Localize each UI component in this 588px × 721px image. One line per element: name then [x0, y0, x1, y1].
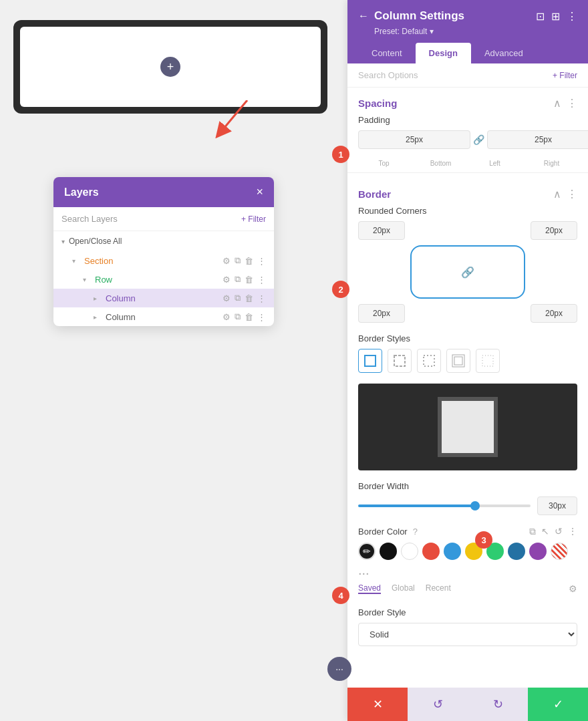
panel-header: ← Column Settings ⊡ ⊞ ⋮ Preset: Default …	[347, 0, 588, 63]
grid-icon[interactable]: ⊞	[551, 10, 560, 23]
rounded-corners-label: Rounded Corners	[347, 206, 588, 221]
border-style-solid-button[interactable]	[358, 349, 382, 373]
color-tab-saved[interactable]: Saved	[358, 583, 381, 594]
padding-sublabels: Top Bottom Left Right	[347, 160, 588, 172]
border-style-dotted-button[interactable]	[417, 349, 441, 373]
step-badge-1: 1	[332, 146, 349, 163]
color-swatch-red[interactable]	[422, 543, 440, 560]
tab-content[interactable]: Content	[358, 43, 416, 63]
svg-rect-5	[454, 357, 462, 365]
color-swatches: ✏	[347, 543, 588, 565]
trash-icon[interactable]: 🗑	[245, 312, 253, 322]
panel-search-row: Search Options + Filter	[347, 63, 588, 88]
border-style-dashed-button[interactable]	[388, 349, 412, 373]
gear-icon[interactable]: ⚙	[223, 312, 231, 322]
no-border-icon	[481, 354, 494, 368]
search-options-label: Search Options	[358, 70, 418, 80]
border-style-none-button[interactable]	[476, 349, 500, 373]
layer-item-section[interactable]: ▾ Section ⚙ ⧉ 🗑 ⋮	[53, 251, 274, 270]
border-width-input[interactable]	[537, 496, 577, 515]
layer-item-row[interactable]: ▾ Row ⚙ ⧉ 🗑 ⋮	[53, 270, 274, 289]
collapse-spacing-icon[interactable]: ∧	[553, 97, 561, 110]
gear-icon[interactable]: ⚙	[223, 293, 231, 303]
more-colors-dots[interactable]: ···	[358, 565, 370, 581]
padding-bottom-input[interactable]	[487, 130, 588, 149]
more-icon[interactable]: ⋮	[257, 256, 266, 266]
layers-filter-button[interactable]: + Filter	[241, 214, 266, 224]
color-tab-global[interactable]: Global	[392, 583, 415, 594]
copy-icon[interactable]: ⧉	[235, 274, 241, 285]
chevron-down-icon: ▾	[61, 238, 65, 245]
color-swatch-purple[interactable]	[529, 543, 547, 560]
more-icon[interactable]: ⋮	[257, 275, 266, 285]
layers-panel: Layers × Search Layers + Filter ▾ Open/C…	[53, 177, 274, 326]
trash-icon[interactable]: 🗑	[245, 256, 253, 266]
canvas-area: +	[13, 20, 327, 114]
more-icon[interactable]: ⋮	[257, 293, 266, 303]
spacing-more-icon[interactable]: ⋮	[567, 97, 577, 110]
link-top-bottom-icon[interactable]: 🔗	[473, 134, 484, 145]
copy-color-icon[interactable]: ⧉	[529, 526, 536, 537]
corner-bl-input[interactable]	[358, 304, 405, 323]
trash-icon[interactable]: 🗑	[245, 293, 253, 303]
copy-icon[interactable]: ⧉	[235, 311, 241, 322]
svg-rect-1	[365, 355, 376, 366]
back-button[interactable]: ←	[358, 10, 369, 22]
color-settings-icon[interactable]: ⚙	[569, 583, 577, 594]
more-icon[interactable]: ⋮	[257, 312, 266, 322]
dots-row: ···	[347, 565, 588, 583]
tab-advanced[interactable]: Advanced	[471, 43, 537, 63]
cancel-button[interactable]: ✕	[347, 688, 408, 721]
collapse-border-icon[interactable]: ∧	[553, 188, 561, 200]
border-more-icon[interactable]: ⋮	[567, 188, 577, 200]
border-style-select[interactable]: Solid Dashed Dotted Double None	[358, 623, 577, 646]
color-swatch-dark-blue[interactable]	[508, 543, 525, 560]
border-preview-container	[358, 384, 577, 470]
trash-icon[interactable]: 🗑	[245, 275, 253, 285]
save-button[interactable]: ✓	[528, 688, 588, 721]
layer-name-row: Row	[95, 275, 112, 285]
panel-filter-button[interactable]: + Filter	[553, 71, 577, 80]
border-width-slider[interactable]	[358, 504, 531, 507]
corner-tr-input[interactable]	[531, 221, 577, 240]
reset-color-icon[interactable]: ↺	[555, 526, 563, 537]
preset-label[interactable]: Preset: Default ▾	[374, 27, 577, 36]
corner-br-input[interactable]	[531, 304, 577, 323]
layers-close-button[interactable]: ×	[256, 185, 263, 199]
fullscreen-icon[interactable]: ⊡	[536, 10, 545, 23]
copy-icon[interactable]: ⧉	[235, 293, 241, 303]
layer-item-column-2[interactable]: ▸ Column ⚙ ⧉ 🗑 ⋮	[53, 307, 274, 326]
color-icons: ⧉ ↖ ↺ ⋮	[529, 526, 577, 537]
layer-item-column-1[interactable]: ▸ Column ⚙ ⧉ 🗑 ⋮	[53, 289, 274, 307]
add-element-button[interactable]: +	[160, 57, 180, 77]
canvas-inner: +	[20, 27, 321, 107]
border-width-row	[347, 496, 588, 526]
eyedropper-swatch[interactable]: ✏	[358, 543, 376, 560]
gear-icon[interactable]: ⚙	[223, 256, 231, 266]
reset-button[interactable]: ↺	[408, 688, 468, 721]
color-swatch-black[interactable]	[380, 543, 397, 560]
floating-options-button[interactable]: ···	[327, 657, 351, 681]
tab-design[interactable]: Design	[416, 43, 471, 63]
color-swatch-white[interactable]	[401, 543, 418, 560]
layer-name-section: Section	[84, 256, 113, 266]
link-corners-icon[interactable]: 🔗	[461, 266, 474, 279]
corner-tl-input[interactable]	[358, 221, 405, 240]
padding-top-input[interactable]	[358, 130, 470, 149]
color-swatch-striped[interactable]	[551, 543, 568, 560]
layers-open-close[interactable]: ▾ Open/Close All	[53, 231, 274, 251]
more-color-icon[interactable]: ⋮	[568, 526, 577, 537]
svg-rect-3	[424, 355, 434, 366]
more-options-icon[interactable]: ⋮	[567, 10, 577, 23]
panel-tabs: Content Design Advanced	[358, 43, 577, 63]
gear-icon[interactable]: ⚙	[223, 275, 231, 285]
pointer-icon[interactable]: ↖	[541, 526, 549, 537]
reset-icon: ↺	[433, 697, 443, 712]
redo-button[interactable]: ↻	[468, 688, 528, 721]
arrow-indicator	[207, 100, 261, 140]
open-close-label: Open/Close All	[69, 237, 122, 246]
copy-icon[interactable]: ⧉	[235, 255, 241, 266]
border-style-double-button[interactable]	[446, 349, 470, 373]
color-tab-recent[interactable]: Recent	[426, 583, 451, 594]
color-swatch-blue[interactable]	[444, 543, 461, 560]
